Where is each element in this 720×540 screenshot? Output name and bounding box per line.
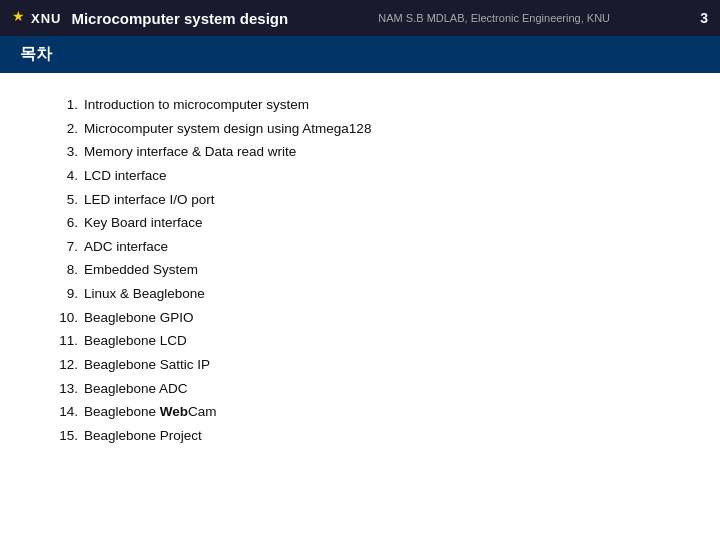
toc-item-label: Introduction to microcomputer system [84,93,309,117]
toc-item-num: 13. [50,377,78,401]
toc-item-num: 7. [50,235,78,259]
toc-item: 8.Embedded System [50,258,690,282]
toc-item-num: 6. [50,211,78,235]
toc-item: 12.Beaglebone Sattic IP [50,353,690,377]
toc-item: 10.Beaglebone GPIO [50,306,690,330]
toc-item: 4.LCD interface [50,164,690,188]
toc-item: 13.Beaglebone ADC [50,377,690,401]
toc-item: 14.Beaglebone WebCam [50,400,690,424]
toc-item-label: ADC interface [84,235,168,259]
toc-item: 7.ADC interface [50,235,690,259]
logo-xnu: XNU [31,11,61,26]
toc-item-num: 5. [50,188,78,212]
toc-item-num: 1. [50,93,78,117]
toc-item: 5.LED interface I/O port [50,188,690,212]
section-bar: 목차 [0,36,720,73]
toc-item-label: Key Board interface [84,211,203,235]
toc-item: 2.Microcomputer system design using Atme… [50,117,690,141]
toc-item: 1.Introduction to microcomputer system [50,93,690,117]
toc-item-label: Beaglebone WebCam [84,400,217,424]
toc-item-num: 12. [50,353,78,377]
content-area: 1.Introduction to microcomputer system2.… [0,73,720,467]
toc-item-label: Beaglebone GPIO [84,306,194,330]
toc-item-num: 15. [50,424,78,448]
toc-item-label: Microcomputer system design using Atmega… [84,117,371,141]
toc-item-label: LED interface I/O port [84,188,215,212]
toc-item-num: 3. [50,140,78,164]
toc-item-label: Linux & Beaglebone [84,282,205,306]
toc-item-num: 8. [50,258,78,282]
logo-star-icon: ★ [12,8,25,24]
toc-item: 6.Key Board interface [50,211,690,235]
toc-item-label: Beaglebone LCD [84,329,187,353]
header-left: ★ XNU Microcomputer system design [12,10,288,27]
toc-item-label: LCD interface [84,164,167,188]
toc-item: 11.Beaglebone LCD [50,329,690,353]
toc-item-label: Embedded System [84,258,198,282]
logo-area: ★ XNU [12,10,61,26]
toc-item-num: 9. [50,282,78,306]
page-title: Microcomputer system design [71,10,288,27]
toc-item-num: 10. [50,306,78,330]
toc-list: 1.Introduction to microcomputer system2.… [50,93,690,447]
section-title: 목차 [20,45,52,62]
toc-item-label: Memory interface & Data read write [84,140,296,164]
toc-item-num: 4. [50,164,78,188]
header-subtitle: NAM S.B MDLAB, Electronic Engineering, K… [288,12,700,24]
toc-item-num: 11. [50,329,78,353]
toc-item: 15.Beaglebone Project [50,424,690,448]
toc-item-num: 2. [50,117,78,141]
toc-item-label: Beaglebone Project [84,424,202,448]
header: ★ XNU Microcomputer system design NAM S.… [0,0,720,36]
toc-item: 9.Linux & Beaglebone [50,282,690,306]
toc-item-num: 14. [50,400,78,424]
toc-item-label: Beaglebone ADC [84,377,188,401]
page-number: 3 [700,10,708,26]
toc-item: 3.Memory interface & Data read write [50,140,690,164]
toc-item-label: Beaglebone Sattic IP [84,353,210,377]
